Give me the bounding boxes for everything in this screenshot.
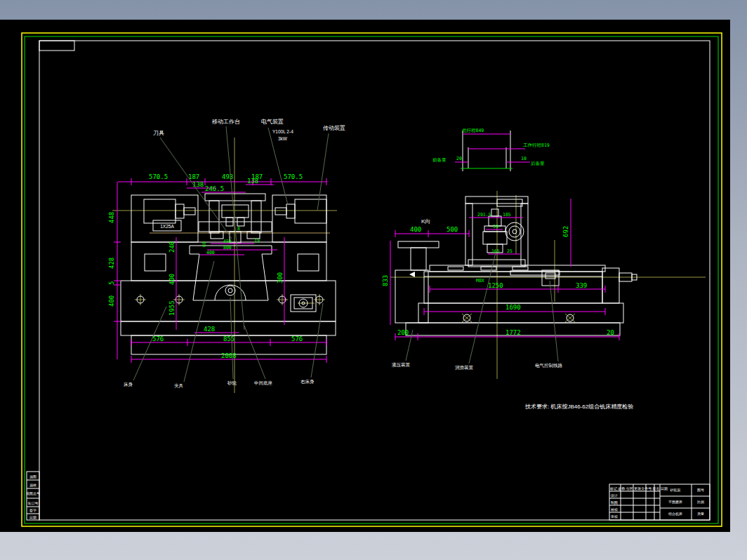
title-sign-check: 校核 — [610, 507, 618, 512]
cad-application-window: 描图 描校 底图总号 装订号 签字 日期 — [0, 0, 747, 560]
dim-450: 450 — [223, 239, 232, 244]
label-right-bed: 右床身 — [300, 379, 315, 385]
dim-833: 833 — [382, 275, 389, 286]
dim-500: 500 — [447, 226, 458, 233]
view-label-k: K向 — [421, 218, 430, 225]
dim-448: 448 — [108, 212, 115, 223]
dim-8: 8 — [237, 226, 240, 232]
dim-246-5: 246.5 — [205, 185, 224, 192]
dim-1772: 1772 — [505, 329, 521, 336]
label-wheel: 砂轮 — [227, 380, 237, 386]
label-motor-model: Y100L 2-4 — [272, 129, 293, 134]
dim-576-left: 576 — [152, 335, 164, 342]
title-right-0: 图号 — [697, 488, 704, 493]
label-fixture: 夹具 — [174, 383, 184, 388]
dim-work-stroke: 工作行程819 — [523, 142, 550, 148]
dim-692: 692 — [562, 226, 569, 237]
dim-138-left: 138 — [192, 181, 204, 188]
label-electric-device: 电气装置 — [261, 119, 284, 125]
title-sign-approve: 审核 — [611, 514, 618, 519]
strip-row-3: 装订号 — [28, 501, 39, 505]
dim-total-stroke: 总行程849 — [461, 128, 484, 133]
dim-800: 800 — [223, 245, 232, 251]
title-right-2: 质量 — [697, 512, 704, 516]
front-view-dimensions: 570.5 187 493 187 570.5 138 138 246.5 44… — [108, 173, 327, 363]
dim-rear-reserve: 10 — [521, 156, 527, 161]
direction-arrow — [409, 272, 415, 277]
dim-25: 25 — [507, 248, 513, 254]
dim-339: 339 — [576, 282, 587, 289]
dim-19: 19 — [254, 238, 260, 244]
title-right-1: 比例 — [697, 500, 704, 505]
label-hydraulic-device: 液压装置 — [392, 362, 411, 368]
label-tool: 刀具 — [153, 130, 164, 136]
front-view-machine: 1X25A — [121, 194, 336, 354]
dim-400-inner: 400 — [168, 274, 176, 285]
stroke-diagram: 总行程849 工作行程819 前备量 20 10 后备量 — [432, 128, 550, 171]
dim-570-left: 570.5 — [149, 173, 168, 180]
label-mid-base: 中间底座 — [254, 380, 273, 386]
strip-row-5: 日期 — [29, 515, 37, 520]
dim-200: 200 — [397, 329, 409, 336]
dim-20: 20 — [607, 329, 614, 336]
dim-5: 5 — [108, 281, 115, 285]
label-electric-control: 电气控制线路 — [535, 363, 563, 368]
margin-strip: 描图 描校 底图总号 装订号 签字 日期 — [26, 472, 40, 520]
dim-60: 60 — [201, 241, 207, 247]
drawing-layer: 描图 描校 底图总号 装订号 签字 日期 — [0, 0, 747, 560]
title-name-top: 砂轮架 — [670, 488, 681, 493]
tech-requirements-note: 技术要求: 机床按JB46-62组合铣床精度检验 — [524, 404, 633, 410]
title-name-mid: 平面磨床 — [668, 500, 682, 505]
dim-1690: 1690 — [505, 304, 521, 311]
label-motor-power: 3kW — [278, 136, 288, 141]
label-drive-device: 传动装置 — [323, 125, 345, 131]
dim-240: 240 — [168, 241, 176, 253]
dim-428-bottom: 428 — [204, 326, 215, 333]
dim-1955: 1955 — [168, 300, 176, 316]
dim-400-side: 400 — [410, 226, 421, 233]
dim-400-center: 400 — [206, 250, 215, 255]
title-block: 标记 处数 分区 更改文件号 签名 日期 设计 制图 校核 审核 砂轮架 平面磨… — [609, 484, 710, 520]
strip-row-4: 签字 — [29, 508, 37, 513]
dim-291-5: 291.5 — [477, 212, 491, 218]
label-moving-table: 移动工作台 — [212, 119, 240, 125]
title-sign-design: 设计 — [610, 493, 618, 498]
dim-576-right: 576 — [291, 335, 303, 342]
title-name-bottom: 组合机床 — [668, 512, 682, 516]
dim-570-right: 570.5 — [284, 173, 303, 180]
label-bed: 床身 — [124, 382, 133, 387]
dim-855: 855 — [223, 335, 234, 342]
dim-2008: 2008 — [221, 352, 237, 359]
strip-row-1: 描校 — [29, 483, 37, 488]
plate-label: 1X25A — [160, 224, 174, 229]
label-front-reserve: 前备量 — [432, 157, 447, 163]
side-view-dimensions: K向 400 500 692 833 291.5 185 59 165 25 M… — [382, 199, 619, 340]
strip-row-2: 底图总号 — [26, 491, 40, 496]
dim-493: 493 — [222, 173, 233, 180]
side-view-centerlines — [390, 191, 706, 379]
sheet-corner-stub — [39, 41, 74, 51]
dim-138-right: 138 — [247, 178, 258, 185]
dim-428-left: 428 — [108, 258, 115, 269]
strip-row-0: 描图 — [29, 474, 37, 479]
dim-front-reserve: 20 — [456, 156, 462, 161]
dim-59: 59 — [493, 224, 498, 229]
label-rear-reserve: 后备量 — [531, 161, 545, 166]
label-lube-device: 润滑装置 — [455, 365, 474, 371]
title-rev-row: 标记 处数 分区 更改文件号 签名 日期 — [609, 486, 668, 491]
dim-400-left: 400 — [108, 295, 115, 307]
title-sign-draw: 制图 — [611, 500, 618, 505]
sheet-border — [22, 33, 722, 526]
dim-1250: 1250 — [488, 282, 503, 289]
dim-300: 300 — [277, 272, 284, 284]
dim-185: 185 — [503, 212, 511, 218]
dim-m8: M8X — [476, 278, 484, 284]
